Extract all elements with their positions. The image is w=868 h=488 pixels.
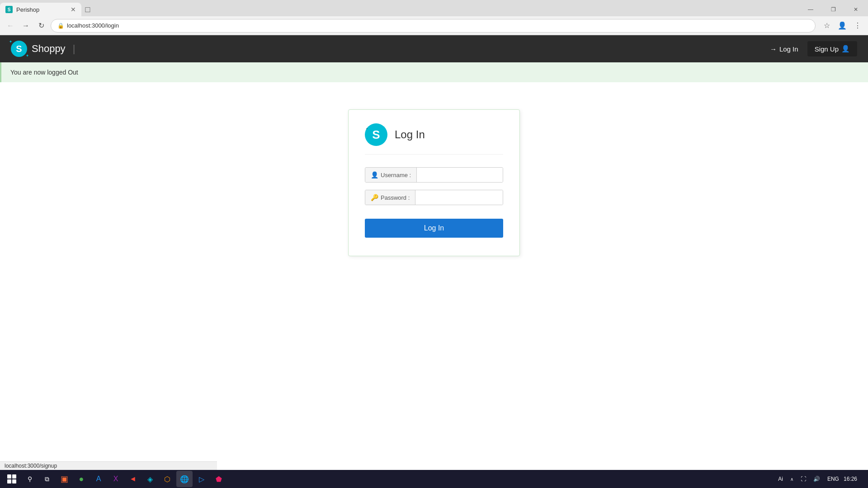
- close-button[interactable]: ✕: [845, 3, 866, 16]
- minimize-button[interactable]: —: [800, 3, 821, 16]
- key-icon: 🔑: [371, 194, 378, 201]
- start-button[interactable]: [3, 471, 21, 487]
- more-options-icon[interactable]: ⋮: [852, 20, 863, 32]
- password-prefix: 🔑 Password :: [365, 190, 415, 205]
- taskbar: ⚲ ⧉ ▣ ● A X ◄ ◈ ⬡ 🌐 ▷: [0, 470, 868, 488]
- page-content: S Log In 👤 Username : 🔑 Pas: [0, 82, 868, 353]
- app-container: S Shoppy | → Log In Sign Up 👤 You are no…: [0, 35, 868, 353]
- app7-icon: ⬡: [164, 475, 170, 483]
- nav-signup-label: Sign Up: [815, 45, 839, 53]
- tab-title: Perishop: [16, 6, 39, 13]
- tray-volume[interactable]: 🔊: [811, 476, 823, 482]
- app1-icon: ▣: [61, 474, 68, 484]
- tray-network[interactable]: ⛶: [798, 476, 809, 482]
- network-icon: ⛶: [801, 476, 806, 482]
- password-input-group: 🔑 Password :: [365, 190, 503, 205]
- login-card: S Log In 👤 Username : 🔑 Pas: [348, 109, 520, 256]
- password-input[interactable]: [415, 190, 503, 205]
- taskbar-items: ⚲ ⧉ ▣ ● A X ◄ ◈ ⬡ 🌐 ▷: [22, 471, 774, 487]
- login-icon: →: [770, 45, 777, 53]
- username-group: 👤 Username :: [365, 167, 503, 183]
- tab-bar: S Perishop ✕ □ — ❐ ✕: [0, 0, 868, 16]
- card-header: S Log In: [365, 123, 503, 155]
- chevron-up-icon: ∧: [790, 477, 793, 482]
- login-submit-button[interactable]: Log In: [365, 219, 503, 238]
- task-view-icon: ⧉: [45, 475, 49, 483]
- username-input[interactable]: [417, 168, 503, 182]
- url-text: localhost:3000/login: [67, 22, 119, 29]
- username-input-group: 👤 Username :: [365, 167, 503, 183]
- lock-icon: 🔒: [57, 23, 64, 29]
- language-text: ENG: [827, 476, 839, 482]
- card-title: Log In: [395, 128, 425, 141]
- status-bar: localhost:3000/signup: [0, 461, 217, 470]
- app2-icon: ●: [79, 474, 84, 484]
- search-icon: ⚲: [28, 475, 32, 483]
- nav-divider: |: [73, 43, 75, 55]
- app5-icon: ◄: [129, 475, 137, 483]
- app-name: Shoppy: [32, 43, 66, 55]
- app-navbar: S Shoppy | → Log In Sign Up 👤: [0, 35, 868, 62]
- alert-message: You are now logged Out: [10, 69, 78, 76]
- card-logo-icon: S: [365, 123, 387, 146]
- app6-icon: ◈: [147, 475, 153, 483]
- reload-button[interactable]: ↻: [35, 20, 47, 32]
- taskbar-app-9[interactable]: ⬟: [211, 471, 227, 487]
- profile-icon[interactable]: 👤: [836, 20, 848, 32]
- browser-window: S Perishop ✕ □ — ❐ ✕ ← → ↻ 🔒 localhost:3…: [0, 0, 868, 35]
- volume-icon: 🔊: [813, 476, 820, 482]
- tray-ai-label[interactable]: Ai: [775, 476, 786, 482]
- active-tab[interactable]: S Perishop ✕: [0, 3, 81, 16]
- person-icon: 👤: [371, 171, 378, 178]
- taskbar-app-5[interactable]: ◄: [125, 471, 141, 487]
- nav-login-button[interactable]: → Log In: [764, 42, 804, 56]
- username-label: Username :: [381, 172, 411, 178]
- browser-actions: ☆ 👤 ⋮: [821, 20, 863, 32]
- windows-icon: [7, 474, 16, 483]
- taskbar-app-1[interactable]: ▣: [56, 471, 72, 487]
- clock-time: 16:26: [844, 476, 857, 482]
- login-submit-label: Log In: [424, 224, 444, 232]
- taskbar-app-8[interactable]: ▷: [193, 471, 210, 487]
- address-bar[interactable]: 🔒 localhost:3000/login: [51, 19, 816, 33]
- ai-text: Ai: [778, 476, 783, 482]
- taskbar-app-4[interactable]: X: [108, 471, 124, 487]
- back-button[interactable]: ←: [5, 20, 16, 32]
- tab-favicon: S: [5, 6, 13, 13]
- taskbar-clock[interactable]: 16:26: [844, 476, 862, 482]
- maximize-button[interactable]: ❐: [823, 3, 844, 16]
- signup-user-icon: 👤: [841, 45, 850, 53]
- alert-banner: You are now logged Out: [0, 62, 868, 82]
- password-label: Password :: [381, 194, 410, 201]
- forward-button[interactable]: →: [20, 20, 32, 32]
- taskbar-tray: Ai ∧ ⛶ 🔊 ENG 16:26: [775, 476, 865, 482]
- taskbar-search[interactable]: ⚲: [22, 471, 38, 487]
- taskbar-app-browser[interactable]: 🌐: [176, 471, 193, 487]
- tray-language[interactable]: ENG: [825, 476, 842, 482]
- taskbar-task-view[interactable]: ⧉: [39, 471, 55, 487]
- nav-signup-button[interactable]: Sign Up 👤: [807, 41, 857, 56]
- app4-icon: X: [113, 475, 118, 483]
- app8-icon: ▷: [199, 475, 204, 483]
- window-controls: — ❐ ✕: [800, 3, 868, 16]
- taskbar-app-2[interactable]: ●: [73, 471, 90, 487]
- tray-chevron[interactable]: ∧: [788, 476, 796, 482]
- new-tab-button[interactable]: □: [81, 3, 94, 16]
- logo-icon: S: [11, 41, 27, 57]
- username-prefix: 👤 Username :: [365, 168, 417, 182]
- nav-login-label: Log In: [779, 45, 798, 53]
- taskbar-app-7[interactable]: ⬡: [159, 471, 175, 487]
- app-logo: S Shoppy |: [11, 41, 75, 57]
- bookmark-icon[interactable]: ☆: [821, 20, 833, 32]
- browser-controls: ← → ↻ 🔒 localhost:3000/login ☆ 👤 ⋮: [0, 16, 868, 35]
- taskbar-app-3[interactable]: A: [90, 471, 107, 487]
- tab-close-button[interactable]: ✕: [71, 6, 76, 13]
- password-group: 🔑 Password :: [365, 190, 503, 205]
- browser-icon: 🌐: [180, 475, 189, 483]
- app3-icon: A: [96, 475, 101, 483]
- app9-icon: ⬟: [216, 475, 222, 483]
- status-url: localhost:3000/signup: [5, 463, 57, 469]
- taskbar-app-6[interactable]: ◈: [142, 471, 158, 487]
